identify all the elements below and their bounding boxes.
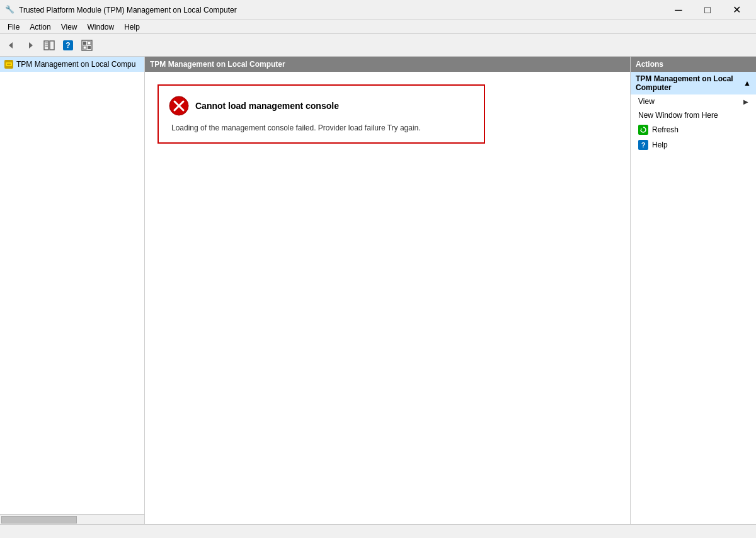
error-icon [169, 96, 189, 116]
svg-rect-2 [44, 41, 49, 50]
tpm-icon [4, 59, 14, 69]
tree-item-label: TPM Management on Local Compu [16, 60, 135, 69]
main-layout: TPM Management on Local Compu TPM Manage… [0, 57, 756, 524]
maximize-button[interactable]: □ [693, 0, 722, 20]
help-icon: ? [638, 140, 648, 150]
menu-file[interactable]: File [3, 21, 25, 33]
actions-item-help[interactable]: ? Help [631, 137, 756, 152]
app-icon: 🔧 [5, 5, 15, 15]
svg-text:?: ? [66, 41, 70, 50]
minimize-button[interactable]: ─ [664, 0, 693, 20]
toolbar: ? [0, 34, 756, 57]
help-toolbar-button[interactable]: ? [59, 37, 77, 54]
error-box: Cannot load management console Loading o… [158, 84, 485, 144]
tree-panel: TPM Management on Local Compu [0, 57, 145, 524]
menu-help[interactable]: Help [119, 21, 145, 33]
actions-item-view-label: View [638, 97, 655, 106]
svg-marker-0 [9, 42, 13, 49]
window-title: Trusted Platform Module (TPM) Management… [19, 6, 664, 14]
forward-icon [25, 40, 35, 50]
menu-action[interactable]: Action [25, 21, 55, 33]
svg-marker-1 [29, 42, 33, 49]
svg-rect-12 [83, 46, 86, 49]
content-header: TPM Management on Local Computer [145, 57, 630, 72]
content-header-text: TPM Management on Local Computer [150, 60, 285, 69]
refresh-icon [638, 125, 648, 135]
actions-item-refresh[interactable]: Refresh [631, 122, 756, 137]
error-title: Cannot load management console [195, 101, 339, 111]
actions-item-view-arrow: ▶ [743, 98, 748, 105]
menu-bar: File Action View Window Help [0, 20, 756, 34]
properties-button[interactable] [78, 37, 96, 54]
actions-item-new-window-label: New Window from Here [638, 111, 718, 120]
menu-view[interactable]: View [56, 21, 83, 33]
help-toolbar-icon: ? [62, 40, 74, 51]
forward-button[interactable] [21, 37, 39, 54]
actions-section-title[interactable]: TPM Management on Local Computer ▲ [631, 72, 756, 94]
close-button[interactable]: ✕ [722, 0, 751, 20]
actions-section-label: TPM Management on Local Computer [636, 74, 743, 92]
properties-icon [81, 40, 93, 51]
actions-panel: Actions TPM Management on Local Computer… [630, 57, 756, 524]
actions-item-help-label: Help [652, 140, 668, 149]
svg-rect-3 [50, 41, 54, 50]
menu-window[interactable]: Window [83, 21, 120, 33]
svg-rect-13 [88, 46, 91, 49]
svg-rect-11 [88, 42, 91, 45]
svg-marker-20 [641, 129, 643, 130]
actions-collapse-icon: ▲ [743, 79, 751, 88]
actions-item-view[interactable]: View ▶ [631, 94, 756, 108]
svg-rect-16 [7, 64, 11, 65]
title-bar: 🔧 Trusted Platform Module (TPM) Manageme… [0, 0, 756, 20]
svg-rect-10 [83, 42, 86, 45]
scrollbar-thumb[interactable] [1, 516, 77, 524]
actions-item-refresh-label: Refresh [652, 125, 679, 134]
window-controls: ─ □ ✕ [664, 0, 751, 20]
content-body: Cannot load management console Loading o… [145, 72, 630, 524]
show-hide-icon [43, 39, 55, 52]
content-panel: TPM Management on Local Computer Cannot … [145, 57, 630, 524]
actions-item-new-window[interactable]: New Window from Here [631, 108, 756, 122]
back-button[interactable] [3, 37, 20, 54]
status-bar [0, 524, 756, 538]
refresh-svg [639, 126, 647, 134]
back-icon [6, 40, 16, 50]
actions-header-text: Actions [636, 60, 663, 69]
tree-item-tpm[interactable]: TPM Management on Local Compu [0, 57, 144, 72]
actions-header: Actions [631, 57, 756, 72]
show-hide-button[interactable] [40, 37, 58, 54]
error-message: Loading of the management console failed… [169, 123, 474, 132]
tree-scrollbar[interactable] [0, 514, 144, 524]
error-title-row: Cannot load management console [169, 96, 474, 116]
